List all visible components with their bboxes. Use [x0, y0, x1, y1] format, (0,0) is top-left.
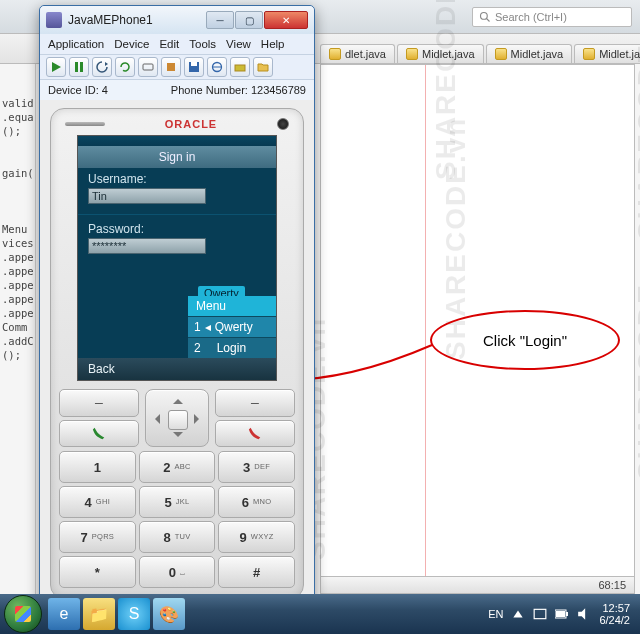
device-id: Device ID: 4 [48, 84, 108, 96]
key-hash[interactable]: # [218, 556, 295, 588]
numeric-keypad: 1 2ABC 3DEF 4GHI 5JKL 6MNO 7PQRS 8TUV 9W… [59, 451, 295, 588]
menu-item-login[interactable]: 2 Login [188, 337, 276, 358]
toolbar-btn-icon[interactable] [138, 57, 158, 77]
svg-rect-4 [75, 62, 78, 72]
svg-rect-18 [556, 611, 565, 617]
svg-rect-15 [535, 609, 547, 618]
editor-tab[interactable]: Midlet.java [486, 44, 573, 63]
password-label: Password: [88, 222, 144, 236]
softkey-back[interactable]: Back [88, 362, 115, 376]
svg-rect-13 [235, 65, 245, 71]
taskbar-paint-icon[interactable]: 🎨 [153, 598, 185, 630]
key-6[interactable]: 6MNO [218, 486, 295, 518]
camera-icon [277, 118, 289, 130]
key-1[interactable]: 1 [59, 451, 136, 483]
toolbar-square-icon[interactable] [161, 57, 181, 77]
dpad-down-icon [173, 432, 183, 442]
menu-tools[interactable]: Tools [189, 38, 216, 50]
search-icon [479, 11, 491, 23]
phone-screen: Sign in Username: Tin Password: ********… [77, 135, 277, 381]
menu-item-number: 2 [194, 341, 201, 355]
phone-shell: ORACLE Sign in Username: Tin Password: *… [50, 108, 304, 599]
clock-time: 12:57 [599, 602, 630, 614]
password-input[interactable]: ******** [88, 238, 206, 254]
clock[interactable]: 12:57 6/24/2 [599, 602, 630, 626]
menu-application[interactable]: Application [48, 38, 104, 50]
options-menu-header: Menu [188, 296, 276, 316]
annotation-text: Click "Login" [483, 332, 567, 349]
key-star[interactable]: * [59, 556, 136, 588]
menu-item-arrow-icon: ◂ [205, 320, 211, 334]
toolbar-rotate-icon[interactable] [92, 57, 112, 77]
username-input[interactable]: Tin [88, 188, 206, 204]
left-softkey-button[interactable]: ─ [59, 389, 139, 417]
toolbar-refresh-icon[interactable] [115, 57, 135, 77]
editor-margin-rule [425, 65, 426, 585]
dpad[interactable] [145, 389, 209, 447]
speaker-grill [65, 122, 105, 126]
menu-item-qwerty[interactable]: 1 ◂ Qwerty [188, 316, 276, 337]
key-0[interactable]: 0⎵ [139, 556, 216, 588]
svg-point-0 [481, 12, 488, 19]
window-titlebar[interactable]: JavaMEPhone1 ─ ▢ ✕ [40, 6, 314, 34]
key-9[interactable]: 9WXYZ [218, 521, 295, 553]
cursor-position: 68:15 [598, 579, 626, 591]
dpad-left-icon [150, 414, 160, 424]
watermark: SHARECODE.vn [632, 0, 640, 240]
editor-tab[interactable]: Midlet.java... [574, 44, 640, 63]
ide-status-bar: 68:15 [320, 576, 635, 594]
options-menu: Menu 1 ◂ Qwerty 2 Login [188, 296, 276, 358]
device-info-bar: Device ID: 4 Phone Number: 123456789 [40, 80, 314, 100]
toolbar-save-icon[interactable] [184, 57, 204, 77]
menu-item-label: Login [217, 341, 246, 355]
call-button[interactable] [59, 420, 139, 448]
toolbar-folder-icon[interactable] [253, 57, 273, 77]
ide-search-placeholder: Search (Ctrl+I) [495, 11, 567, 23]
menu-view[interactable]: View [226, 38, 251, 50]
key-8[interactable]: 8TUV [139, 521, 216, 553]
flag-icon[interactable] [533, 607, 547, 621]
menu-edit[interactable]: Edit [159, 38, 179, 50]
taskbar-skype-icon[interactable]: S [118, 598, 150, 630]
svg-line-1 [487, 18, 490, 21]
emulator-window: JavaMEPhone1 ─ ▢ ✕ Application Device Ed… [39, 5, 315, 610]
key-3[interactable]: 3DEF [218, 451, 295, 483]
language-indicator[interactable]: EN [488, 608, 503, 620]
java-file-icon [406, 48, 418, 60]
close-button[interactable]: ✕ [264, 11, 308, 29]
svg-marker-3 [52, 62, 61, 72]
taskbar-ie-icon[interactable]: e [48, 598, 80, 630]
right-softkey-button[interactable]: ─ [215, 389, 295, 417]
toolbar-network-icon[interactable] [207, 57, 227, 77]
svg-rect-5 [80, 62, 83, 72]
menu-bar: Application Device Edit Tools View Help [40, 34, 314, 54]
svg-rect-7 [143, 64, 153, 70]
tray-up-icon[interactable] [511, 607, 525, 621]
phone-number: Phone Number: 123456789 [171, 84, 306, 96]
volume-icon[interactable] [577, 607, 591, 621]
key-7[interactable]: 7PQRS [59, 521, 136, 553]
taskbar-explorer-icon[interactable]: 📁 [83, 598, 115, 630]
maximize-button[interactable]: ▢ [235, 11, 263, 29]
toolbar-pause-icon[interactable] [69, 57, 89, 77]
key-4[interactable]: 4GHI [59, 486, 136, 518]
java-file-icon [583, 48, 595, 60]
battery-icon[interactable] [555, 607, 569, 621]
tab-label: dlet.java [345, 48, 386, 60]
menu-help[interactable]: Help [261, 38, 285, 50]
key-2[interactable]: 2ABC [139, 451, 216, 483]
start-button[interactable] [4, 595, 42, 633]
minimize-button[interactable]: ─ [206, 11, 234, 29]
end-call-button[interactable] [215, 420, 295, 448]
key-5[interactable]: 5JKL [139, 486, 216, 518]
editor-tab[interactable]: dlet.java [320, 44, 395, 63]
ide-search-box[interactable]: Search (Ctrl+I) [472, 7, 632, 27]
menu-device[interactable]: Device [114, 38, 149, 50]
oracle-logo: ORACLE [165, 118, 217, 130]
toolbar-run-icon[interactable] [46, 57, 66, 77]
java-file-icon [329, 48, 341, 60]
toolbar-wizard-icon[interactable] [230, 57, 250, 77]
toolbar [40, 54, 314, 80]
watermark: SHARECODE.vn [430, 0, 462, 180]
clock-date: 6/24/2 [599, 614, 630, 626]
